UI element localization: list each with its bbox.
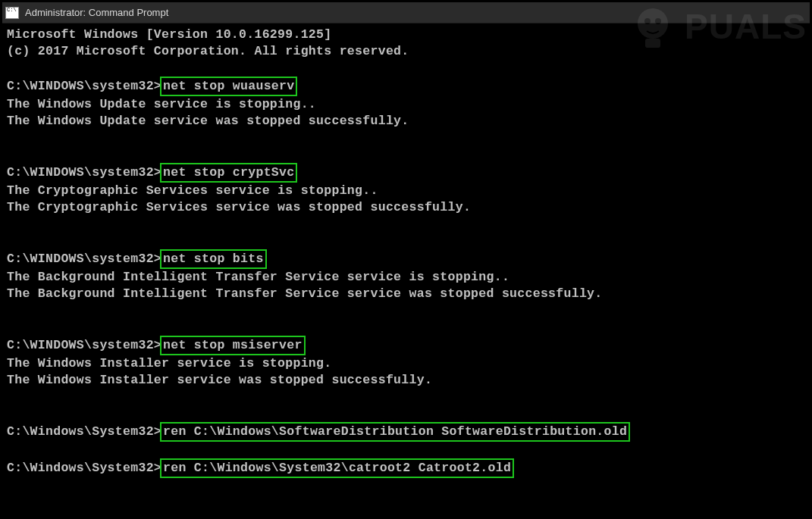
terminal-line: (c) 2017 Microsoft Corporation. All righ… — [7, 43, 805, 60]
terminal-line: The Background Intelligent Transfer Serv… — [7, 286, 805, 302]
prompt-path: C:\WINDOWS\system32> — [7, 338, 161, 352]
terminal-line: C:\Windows\System32>ren C:\Windows\Softw… — [7, 422, 805, 442]
terminal-line: The Cryptographic Services service was s… — [7, 199, 805, 216]
terminal-line: The Windows Update service was stopped s… — [7, 113, 805, 130]
command-text: ren C:\Windows\System32\catroot2 Catroot… — [160, 458, 514, 478]
terminal-line: The Windows Installer service is stoppin… — [7, 355, 805, 372]
terminal-line: C:\WINDOWS\system32>net stop wuauserv — [7, 77, 805, 96]
window-title: Administrator: Command Prompt — [25, 7, 168, 18]
terminal-line: C:\Windows\System32>ren C:\Windows\Syste… — [7, 458, 805, 478]
prompt-path: C:\WINDOWS\system32> — [7, 252, 161, 266]
terminal-line: The Cryptographic Services service is st… — [7, 183, 805, 199]
terminal-area[interactable]: Microsoft Windows [Version 10.0.16299.12… — [2, 23, 810, 481]
terminal-line — [7, 405, 805, 422]
terminal-line — [7, 389, 805, 405]
prompt-path: C:\WINDOWS\system32> — [7, 165, 161, 180]
terminal-line — [7, 233, 805, 249]
command-text: net stop cryptSvc — [160, 163, 297, 183]
title-bar: Administrator: Command Prompt — [2, 2, 810, 23]
terminal-line — [7, 130, 805, 146]
terminal-line: Microsoft Windows [Version 10.0.16299.12… — [7, 27, 805, 43]
terminal-line — [7, 442, 805, 458]
terminal-line — [7, 319, 805, 336]
command-text: net stop bits — [160, 249, 267, 269]
cmd-icon — [5, 7, 19, 19]
window-border: Administrator: Command Prompt Microsoft … — [0, 0, 812, 519]
prompt-path: C:\Windows\System32> — [7, 461, 161, 475]
command-text: ren C:\Windows\SoftwareDistribution Soft… — [160, 422, 630, 442]
prompt-path: C:\Windows\System32> — [7, 424, 161, 439]
terminal-line: The Windows Installer service was stoppe… — [7, 372, 805, 389]
terminal-line: The Windows Update service is stopping.. — [7, 96, 805, 113]
terminal-line: C:\WINDOWS\system32>net stop msiserver — [7, 336, 805, 355]
command-text: net stop wuauserv — [160, 77, 297, 96]
terminal-line: The Background Intelligent Transfer Serv… — [7, 269, 805, 286]
terminal-line — [7, 302, 805, 319]
terminal-line — [7, 60, 805, 77]
prompt-path: C:\WINDOWS\system32> — [7, 79, 161, 93]
terminal-line — [7, 216, 805, 233]
terminal-line: C:\WINDOWS\system32>net stop bits — [7, 249, 805, 269]
terminal-line: C:\WINDOWS\system32>net stop cryptSvc — [7, 163, 805, 183]
command-text: net stop msiserver — [160, 336, 306, 355]
terminal-line — [7, 146, 805, 163]
